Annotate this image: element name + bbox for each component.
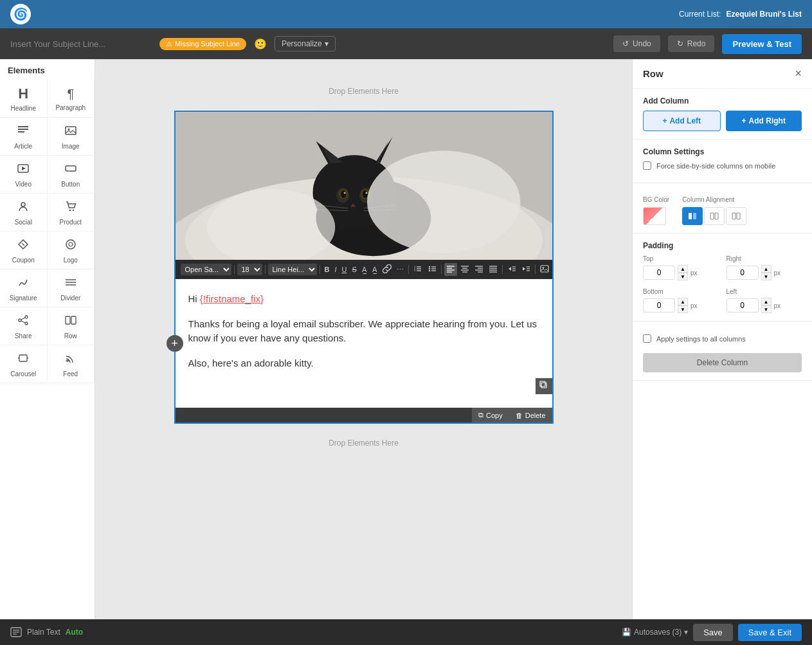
strikethrough-button[interactable]: S: [350, 265, 358, 275]
line-height-select[interactable]: Line Hei...: [268, 264, 317, 275]
redo-button[interactable]: ↻ Redo: [668, 35, 715, 52]
button-icon: [64, 162, 77, 178]
social-label: Social: [15, 219, 32, 226]
apply-all-checkbox[interactable]: [643, 334, 651, 343]
warning-icon: ⚠: [166, 40, 172, 48]
svg-point-41: [341, 190, 346, 198]
padding-top-down[interactable]: ▼: [678, 273, 688, 280]
padding-bottom-down[interactable]: ▼: [678, 305, 688, 313]
copy-button[interactable]: ⧉ Copy: [472, 408, 509, 422]
emoji-button[interactable]: 🙂: [254, 38, 267, 50]
font-size-select[interactable]: 18: [237, 264, 262, 275]
auto-label[interactable]: Auto: [66, 628, 83, 637]
duplicate-icon[interactable]: [536, 378, 552, 394]
element-product[interactable]: Product: [48, 194, 95, 232]
save-exit-button[interactable]: Save & Exit: [738, 624, 802, 641]
close-panel-button[interactable]: ×: [795, 67, 802, 80]
link-button[interactable]: [381, 263, 393, 276]
align-buttons: [682, 207, 746, 225]
element-headline[interactable]: H Headline: [0, 79, 48, 118]
element-row[interactable]: Row: [48, 307, 95, 345]
padding-bottom-label: Bottom: [643, 288, 719, 295]
svg-rect-95: [715, 213, 718, 219]
svg-rect-94: [710, 213, 714, 219]
font-color-button[interactable]: A̲: [360, 265, 369, 275]
element-carousel[interactable]: Carousel: [0, 345, 48, 383]
svg-rect-88: [541, 266, 548, 272]
padding-top-up[interactable]: ▲: [678, 265, 688, 273]
text-content-block[interactable]: + Hi {!firstname_fix} Thanks for being a…: [176, 279, 552, 408]
element-feed[interactable]: Feed: [48, 345, 95, 383]
underline-button[interactable]: U: [340, 265, 349, 275]
indent-increase-button[interactable]: [519, 263, 532, 276]
padding-bottom-up[interactable]: ▲: [678, 298, 688, 305]
signature-label: Signature: [10, 295, 37, 302]
element-coupon[interactable]: Coupon: [0, 232, 48, 269]
add-element-button[interactable]: +: [167, 335, 183, 352]
greeting-text: Hi {!firstname_fix}: [188, 292, 539, 307]
delete-icon: 🗑: [516, 412, 523, 419]
align-center-col-button[interactable]: [704, 207, 725, 225]
subject-input[interactable]: [10, 39, 152, 49]
autosaves-button[interactable]: 💾 Autosaves (3) ▾: [622, 628, 688, 637]
padding-right-up[interactable]: ▲: [761, 265, 771, 273]
align-left-button[interactable]: [444, 263, 457, 276]
padding-top-input[interactable]: [643, 266, 675, 280]
padding-left-input[interactable]: [726, 298, 759, 313]
element-share[interactable]: Share: [0, 307, 48, 345]
italic-button[interactable]: I: [332, 265, 338, 275]
svg-rect-2: [18, 131, 24, 132]
ordered-list-button[interactable]: 123: [411, 263, 424, 276]
align-right-button[interactable]: [473, 263, 485, 276]
more-button[interactable]: ⋯: [395, 265, 406, 275]
indent-decrease-button[interactable]: [505, 263, 518, 276]
insert-image-button[interactable]: [538, 263, 551, 276]
preview-test-button[interactable]: Preview & Test: [722, 34, 802, 54]
svg-marker-80: [509, 267, 511, 271]
padding-left-up[interactable]: ▲: [761, 298, 771, 305]
element-article[interactable]: Article: [0, 118, 48, 156]
element-divider[interactable]: Divider: [48, 269, 95, 307]
padding-right-down[interactable]: ▼: [761, 273, 771, 280]
element-paragraph[interactable]: ¶ Paragraph: [48, 79, 95, 118]
save-button[interactable]: Save: [693, 624, 733, 641]
font-family-select[interactable]: Open Sa...: [181, 264, 231, 275]
right-panel-title: Row: [643, 68, 663, 79]
align-center-button[interactable]: [458, 263, 471, 276]
delete-button[interactable]: 🗑 Delete: [509, 408, 552, 422]
add-right-button[interactable]: + Add Right: [726, 111, 802, 131]
bg-color-swatch[interactable]: [643, 207, 666, 225]
bold-button[interactable]: B: [323, 265, 332, 275]
force-mobile-checkbox[interactable]: [643, 161, 651, 170]
element-logo[interactable]: Logo: [48, 232, 95, 269]
svg-point-18: [19, 319, 21, 322]
personalize-button[interactable]: Personalize ▾: [275, 36, 336, 51]
padding-left-down[interactable]: ▼: [761, 305, 771, 313]
element-button[interactable]: Button: [48, 156, 95, 194]
align-justify-button[interactable]: [487, 263, 500, 276]
unordered-list-button[interactable]: [426, 263, 438, 276]
bg-color-button[interactable]: A̲: [370, 265, 379, 275]
force-mobile-row: Force side-by-side columns on mobile: [643, 161, 802, 170]
element-social[interactable]: Social: [0, 194, 48, 232]
delete-column-button[interactable]: Delete Column: [643, 353, 802, 372]
drop-zone-bottom[interactable]: Drop Elements Here: [174, 424, 554, 462]
row-label-el: Row: [64, 332, 77, 340]
undo-button[interactable]: ↺ Undo: [613, 35, 660, 52]
email-canvas: Drop Elements Here ROW: [174, 72, 554, 462]
svg-point-44: [365, 192, 367, 194]
element-signature[interactable]: Signature: [0, 269, 48, 307]
align-left-col-button[interactable]: [682, 207, 703, 225]
element-image[interactable]: Image: [48, 118, 95, 156]
padding-bottom-input[interactable]: [643, 298, 675, 313]
logo-label: Logo: [64, 257, 78, 264]
padding-bottom-unit: px: [690, 302, 698, 309]
align-right-col-button[interactable]: [726, 207, 746, 225]
element-video[interactable]: Video: [0, 156, 48, 194]
add-left-button[interactable]: + Add Left: [643, 111, 721, 131]
drop-zone-top[interactable]: Drop Elements Here: [174, 72, 554, 111]
padding-right-input[interactable]: [726, 266, 759, 280]
body-paragraph-1: Thanks for being a loyal email subscribe…: [188, 317, 539, 346]
product-icon: [64, 200, 77, 216]
cat-image: [176, 112, 552, 260]
